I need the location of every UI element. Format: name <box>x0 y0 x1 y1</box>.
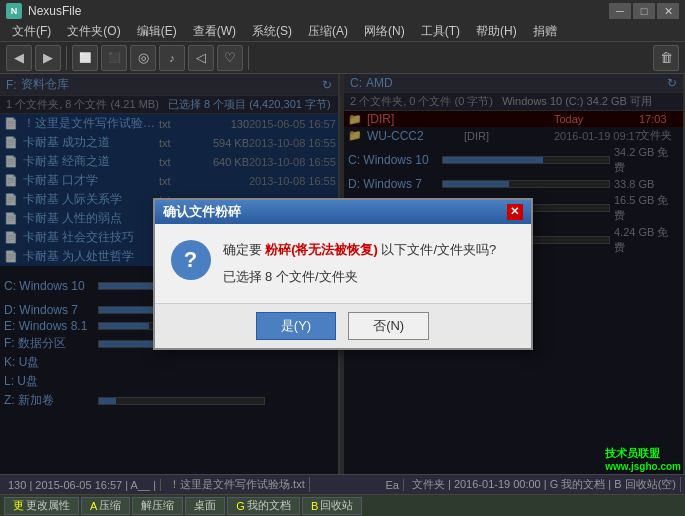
watermark-url: www.jsgho.com <box>605 461 681 472</box>
maximize-button[interactable]: □ <box>633 3 655 19</box>
dialog-icon: ? <box>171 240 211 280</box>
mydocs-button[interactable]: G我的文档 <box>227 497 300 515</box>
recycle-button[interactable]: B回收站 <box>302 497 362 515</box>
menu-compress[interactable]: 压缩(A) <box>300 22 356 41</box>
main-area: F: 资料仓库 ↻ 1 个文件夹, 8 个文件 (4.21 MB) 已选择 8 … <box>0 74 685 474</box>
paste-button[interactable]: ⬛ <box>101 45 127 71</box>
main-toolbar: ◀ ▶ ⬜ ⬛ ◎ ♪ ◁ ♡ 🗑 <box>0 42 685 74</box>
menu-edit[interactable]: 编辑(E) <box>129 22 185 41</box>
forward-button[interactable]: ▶ <box>35 45 61 71</box>
bottom-bar: 更更改属性 A压缩 解压缩 桌面 G我的文档 B回收站 <box>0 494 685 516</box>
status-left: 130 | 2015-06-05 16:57 | A__ | <box>4 479 161 491</box>
watermark-line1: 技术员联盟 <box>605 446 681 461</box>
status-bar: 130 | 2015-06-05 16:57 | A__ | ！这里是文件写作试… <box>0 474 685 494</box>
menu-system[interactable]: 系统(S) <box>244 22 300 41</box>
copy-button[interactable]: ⬜ <box>72 45 98 71</box>
music-button[interactable]: ♪ <box>159 45 185 71</box>
desktop-button[interactable]: 桌面 <box>185 497 225 515</box>
modal-overlay: 确认文件粉碎 ✕ ? 确定要 粉碎(将无法被恢复) 以下文件/文件夹吗? 已选择… <box>0 74 685 474</box>
dialog-body: ? 确定要 粉碎(将无法被恢复) 以下文件/文件夹吗? 已选择 8 个文件/文件… <box>155 224 531 304</box>
dialog-close-button[interactable]: ✕ <box>507 204 523 220</box>
decompress-button[interactable]: 解压缩 <box>132 497 183 515</box>
compress-button[interactable]: A压缩 <box>81 497 130 515</box>
window-controls: ─ □ ✕ <box>609 3 679 19</box>
menu-view[interactable]: 查看(W) <box>185 22 244 41</box>
title-bar: N NexusFile ─ □ ✕ <box>0 0 685 22</box>
toolbar-sep-1 <box>66 46 67 70</box>
prev-button[interactable]: ◁ <box>188 45 214 71</box>
dialog-text-prefix: 确定要 <box>223 242 266 257</box>
menu-donate[interactable]: 捐赠 <box>525 22 565 41</box>
close-button[interactable]: ✕ <box>657 3 679 19</box>
dialog-titlebar: 确认文件粉碎 ✕ <box>155 200 531 224</box>
attr-button[interactable]: 更更改属性 <box>4 497 79 515</box>
dialog-cancel-button[interactable]: 否(N) <box>348 312 429 340</box>
app-icon: N <box>6 3 22 19</box>
watermark: 技术员联盟 www.jsgho.com <box>605 446 681 472</box>
dialog-text: 确定要 粉碎(将无法被恢复) 以下文件/文件夹吗? 已选择 8 个文件/文件夹 <box>223 240 515 288</box>
menu-file[interactable]: 文件(F) <box>4 22 59 41</box>
dialog-text-suffix: 以下文件/文件夹吗? <box>378 242 496 257</box>
dialog-info-text: 已选择 8 个文件/文件夹 <box>223 267 515 288</box>
status-ea: Ea <box>381 479 403 491</box>
heart-button[interactable]: ♡ <box>217 45 243 71</box>
back-button[interactable]: ◀ <box>6 45 32 71</box>
status-filename: ！这里是文件写作试验场.txt <box>165 477 310 492</box>
confirm-dialog: 确认文件粉碎 ✕ ? 确定要 粉碎(将无法被恢复) 以下文件/文件夹吗? 已选择… <box>153 198 533 351</box>
dialog-title: 确认文件粉碎 <box>163 203 241 221</box>
minimize-button[interactable]: ─ <box>609 3 631 19</box>
toolbar-sep-2 <box>248 46 249 70</box>
dialog-confirm-button[interactable]: 是(Y) <box>256 312 336 340</box>
dialog-warning-text: 粉碎(将无法被恢复) <box>265 242 378 257</box>
menu-bar: 文件(F) 文件夹(O) 编辑(E) 查看(W) 系统(S) 压缩(A) 网络(… <box>0 22 685 42</box>
menu-folder[interactable]: 文件夹(O) <box>59 22 128 41</box>
app-title: NexusFile <box>28 4 609 18</box>
dialog-footer: 是(Y) 否(N) <box>155 303 531 348</box>
delete-button[interactable]: 🗑 <box>653 45 679 71</box>
menu-help[interactable]: 帮助(H) <box>468 22 525 41</box>
camera-button[interactable]: ◎ <box>130 45 156 71</box>
status-right: 文件夹 | 2016-01-19 00:00 | G 我的文档 | B 回收站(… <box>408 477 681 492</box>
menu-tools[interactable]: 工具(T) <box>413 22 468 41</box>
menu-network[interactable]: 网络(N) <box>356 22 413 41</box>
